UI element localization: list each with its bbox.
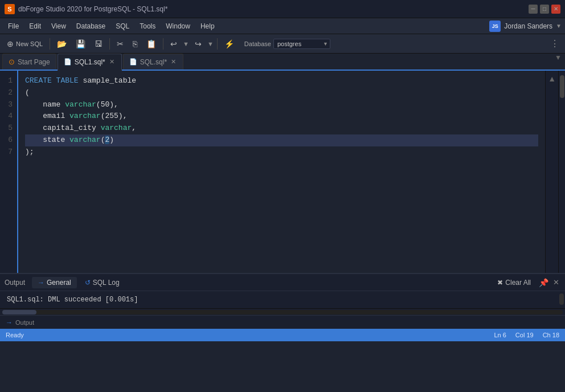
- output-content: SQL1.sql: DML succeeded [0.001s]: [0, 291, 558, 308]
- save-all-icon: 🖫: [95, 39, 103, 48]
- line-num-3: 3: [2, 99, 13, 111]
- new-sql-label: New SQL: [16, 40, 43, 47]
- line-num-6: 6: [2, 134, 13, 146]
- output-scrollbar[interactable]: [558, 291, 565, 308]
- undo-button[interactable]: ↩: [167, 38, 181, 50]
- pin-button[interactable]: 📌: [538, 277, 550, 288]
- output-message-1: SQL1.sql: DML succeeded [0.001s]: [7, 296, 551, 304]
- cut-icon: ✂: [117, 39, 124, 48]
- execute-button[interactable]: ⚡: [221, 38, 238, 50]
- clear-all-icon: ✖: [497, 279, 503, 287]
- line-num-7: 7: [2, 146, 13, 158]
- status-right: Ln 6 Col 19 Ch 18: [494, 332, 559, 338]
- undo-icon: ↩: [170, 39, 177, 48]
- maximize-button[interactable]: □: [540, 5, 549, 14]
- general-tab-icon: →: [38, 279, 44, 287]
- code-line-1: CREATE TABLE sample_table: [25, 75, 538, 87]
- menu-sql[interactable]: SQL: [111, 21, 134, 32]
- output-tab-general[interactable]: → General: [32, 277, 77, 288]
- cut-button[interactable]: ✂: [113, 38, 127, 50]
- statusbar: Ready Ln 6 Col 19 Ch 18: [0, 329, 565, 341]
- toolbar: ⊕ New SQL 📂 💾 🖫 ✂ ⎘ 📋 ↩ ▼ ↪ ▼ ⚡ Database…: [0, 34, 565, 54]
- menubar: File Edit View Database SQL Tools Window…: [0, 18, 565, 34]
- code-line-3: name varchar(50),: [25, 99, 538, 111]
- tab-sql2-icon: 📄: [129, 58, 137, 66]
- tab-start-page[interactable]: ⊙ Start Page: [2, 54, 56, 70]
- code-line-6: state varchar(2): [25, 134, 538, 146]
- editor-content: 1 2 3 4 5 6 7 CREATE TABLE sample_table …: [0, 71, 565, 273]
- menu-tools[interactable]: Tools: [135, 21, 160, 32]
- clear-all-button[interactable]: ✖ Clear All: [493, 277, 535, 288]
- toolbar-sep-2: [109, 38, 110, 50]
- menu-view[interactable]: View: [47, 21, 71, 32]
- tab-sql1[interactable]: 📄 SQL1.sql* ✕: [58, 54, 122, 71]
- scroll-up-icon[interactable]: ▲: [547, 73, 557, 84]
- copy-button[interactable]: ⎘: [129, 38, 141, 50]
- editor-scrollbar-thumb[interactable]: [560, 75, 564, 98]
- redo-button[interactable]: ↪: [191, 38, 205, 50]
- start-page-icon: ⊙: [9, 58, 15, 66]
- output-scroll-area: SQL1.sql: DML succeeded [0.001s]: [0, 291, 565, 308]
- minimize-button[interactable]: ─: [529, 5, 538, 14]
- undo-dropdown[interactable]: ▼: [183, 40, 189, 47]
- status-ch: Ch 18: [543, 332, 559, 338]
- tab-sql1-icon: 📄: [64, 58, 72, 66]
- database-label: Database: [244, 40, 271, 47]
- clear-all-label: Clear All: [505, 279, 531, 287]
- new-sql-icon: ⊕: [7, 39, 14, 48]
- paste-button[interactable]: 📋: [143, 38, 159, 50]
- hscrollbar-track[interactable]: [2, 310, 563, 315]
- line-num-2: 2: [2, 87, 13, 99]
- editor-scrollbar[interactable]: [558, 71, 565, 273]
- app-logo: S: [5, 4, 15, 14]
- output-title: Output: [5, 279, 25, 287]
- editor-area: 1 2 3 4 5 6 7 CREATE TABLE sample_table …: [0, 71, 565, 273]
- code-line-4: email varchar(255),: [25, 111, 538, 122]
- output-scrollbar-thumb[interactable]: [559, 293, 564, 305]
- execute-icon: ⚡: [224, 39, 234, 48]
- redo-dropdown[interactable]: ▼: [207, 40, 214, 47]
- save-button[interactable]: 💾: [72, 38, 89, 50]
- tab-start-label: Start Page: [18, 58, 50, 66]
- close-button[interactable]: ✕: [551, 5, 560, 14]
- menu-help[interactable]: Help: [196, 21, 219, 32]
- user-avatar: JS: [489, 21, 501, 32]
- tab-sql1-close[interactable]: ✕: [108, 58, 116, 66]
- redo-icon: ↪: [195, 39, 202, 48]
- menu-window[interactable]: Window: [161, 21, 195, 32]
- database-select[interactable]: postgres: [273, 39, 330, 49]
- sqllog-tab-icon: ↺: [85, 279, 91, 287]
- hscrollbar-thumb[interactable]: [2, 310, 36, 315]
- output-tab-sqllog[interactable]: ↺ SQL Log: [79, 277, 125, 288]
- output-header: Output → General ↺ SQL Log ✖ Clear All 📌…: [0, 274, 565, 291]
- titlebar: S dbForge Studio 2020 for PostgreSQL - S…: [0, 0, 565, 18]
- toolbar-sep-3: [163, 38, 163, 50]
- code-area[interactable]: CREATE TABLE sample_table ( name varchar…: [18, 71, 545, 273]
- menu-file[interactable]: File: [3, 21, 23, 32]
- output-panel: Output → General ↺ SQL Log ✖ Clear All 📌…: [0, 273, 565, 329]
- save-all-button[interactable]: 🖫: [91, 38, 106, 50]
- editor-side-buttons: ▲: [545, 71, 558, 273]
- new-sql-button[interactable]: ⊕ New SQL: [3, 38, 46, 50]
- toolbar-extra-button[interactable]: ⋮: [548, 37, 562, 50]
- code-line-7: );: [25, 146, 538, 158]
- tab-sql2-close[interactable]: ✕: [170, 58, 177, 66]
- paste-icon: 📋: [146, 39, 156, 48]
- user-dropdown-icon[interactable]: ▼: [556, 23, 562, 29]
- status-ready: Ready: [6, 332, 24, 338]
- copy-icon: ⎘: [133, 39, 137, 48]
- tab-sql2-label: SQL.sql*: [140, 58, 167, 66]
- tabs-overflow-button[interactable]: ▼: [551, 54, 565, 70]
- line-num-5: 5: [2, 122, 13, 134]
- close-output-button[interactable]: ✕: [552, 277, 560, 288]
- database-select-wrap[interactable]: postgres ▼: [273, 39, 330, 49]
- tab-sql2[interactable]: 📄 SQL.sql* ✕: [123, 54, 183, 70]
- output-actions: ✖ Clear All 📌 ✕: [493, 277, 560, 288]
- open-button[interactable]: 📂: [54, 38, 70, 50]
- user-name: Jordan Sanders: [504, 22, 552, 30]
- titlebar-left: S dbForge Studio 2020 for PostgreSQL - S…: [5, 4, 167, 14]
- status-ln: Ln 6: [494, 332, 506, 338]
- horizontal-scrollbar[interactable]: [0, 308, 565, 315]
- menu-database[interactable]: Database: [72, 21, 110, 32]
- menu-edit[interactable]: Edit: [24, 21, 46, 32]
